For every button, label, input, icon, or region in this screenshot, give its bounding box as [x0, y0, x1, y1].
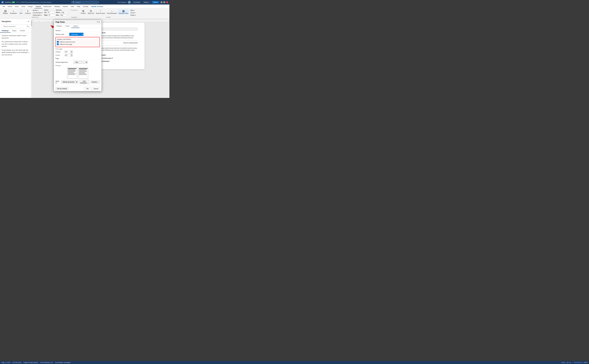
set-as-default-button[interactable]: Set As Default	[55, 87, 68, 90]
position-button[interactable]: ⊞ Position	[80, 9, 86, 14]
header-value-input[interactable]	[64, 51, 71, 53]
search-input-wrapper: 🔍	[1, 24, 30, 28]
group-paragraph: Paragraph Paragraph	[70, 9, 79, 18]
spacing-before-input[interactable]	[61, 11, 68, 13]
share-button[interactable]: Share	[152, 1, 159, 4]
close-button[interactable]: ✕	[166, 1, 168, 3]
dialog-close-button[interactable]: ✕	[98, 21, 100, 23]
tab-view[interactable]: View	[69, 5, 76, 8]
tab-insert[interactable]: Insert	[13, 5, 20, 8]
header-spin-buttons: ▲ ▼	[71, 50, 73, 53]
tab-acrobat[interactable]: Acrobat	[82, 5, 90, 8]
footer-spin-up[interactable]: ▲	[71, 54, 73, 55]
nav-collapse-button[interactable]: –	[26, 20, 27, 22]
indent-right-row: Right:	[44, 14, 55, 16]
wrap-text-button[interactable]: ⊡ Wrap Text	[87, 9, 95, 14]
tab-references[interactable]: References	[42, 5, 53, 8]
redo-btn[interactable]: ↪	[18, 1, 20, 3]
different-first-page-label: Different first page	[60, 44, 72, 45]
vertical-alignment-select[interactable]: Top Center Bottom Justified	[73, 61, 88, 64]
tab-design[interactable]: Design	[26, 5, 34, 8]
dialog-help-button[interactable]: ?	[97, 21, 98, 23]
search-box[interactable]: 🔍 Search	[71, 1, 99, 4]
dialog-tab-margins[interactable]: Margins	[55, 24, 64, 28]
footer-edge-row: Footer: ▲ ▼	[55, 54, 100, 57]
tab-mailings[interactable]: Mailings	[53, 5, 61, 8]
indent-spacing-group: Breaks ▾ Line Numbers ▾ Hyphenation ▾	[32, 9, 44, 16]
search-icon[interactable]: 🔍	[27, 25, 29, 27]
maximize-button[interactable]: □	[163, 1, 165, 3]
section-start-select[interactable]: Odd page Even page New page Continuous	[69, 33, 83, 36]
search-icon: 🔍	[73, 1, 75, 3]
tab-draw[interactable]: Draw	[20, 5, 27, 8]
send-backward-label: Send Backward	[107, 13, 117, 14]
nav-tab-pages[interactable]: Pages	[10, 29, 18, 32]
columns-button[interactable]: ⫿ Columns	[24, 9, 31, 14]
tab-layout[interactable]: Layout	[34, 5, 42, 8]
autosave-area[interactable]: AutoSave On	[5, 1, 15, 3]
margins-label: Margins	[3, 13, 8, 14]
tab-review[interactable]: Review	[61, 5, 69, 8]
avatar[interactable]: R	[128, 1, 131, 4]
orientation-button[interactable]: ↕ Orientation	[9, 9, 18, 14]
nav-close-button[interactable]: ✕	[28, 20, 29, 22]
header-spin-down[interactable]: ▼	[71, 52, 73, 53]
dialog-tabs: Margins Paper Layout	[54, 24, 101, 28]
group-button[interactable]: Group ▾	[129, 12, 136, 14]
dialog-footer: Set As Default OK Cancel	[54, 86, 101, 91]
tab-file[interactable]: File	[1, 5, 7, 8]
tab-help[interactable]: Help	[76, 5, 82, 8]
spacing-after-row: After:	[56, 14, 68, 16]
footer-value-input[interactable]	[64, 54, 71, 56]
bring-forward-icon: ↑	[100, 10, 101, 12]
header-edge-label: Header:	[55, 51, 63, 53]
editing-label: Editing	[144, 1, 148, 3]
undo-btn[interactable]: ↩	[16, 1, 18, 3]
hyphenation-button[interactable]: Hyphenation ▾	[32, 14, 44, 16]
preview-header-line-right	[79, 68, 87, 69]
selection-pane-button[interactable]: ▦ Selection Pane	[118, 9, 129, 14]
rotate-button[interactable]: Rotate ▾	[129, 14, 136, 16]
send-backward-button[interactable]: ↓ Send Backward	[106, 9, 118, 14]
preview-label: Preview	[55, 65, 100, 66]
borders-button[interactable]: Borders...	[91, 81, 100, 83]
footer-spin-down[interactable]: ▼	[71, 55, 73, 57]
line-numbers-button[interactable]: Line Numbers ▾	[32, 12, 44, 14]
paragraph-items: Paragraph	[71, 9, 77, 16]
search-input[interactable]	[2, 25, 27, 28]
indent-left-input[interactable]	[47, 11, 54, 13]
minimize-button[interactable]: –	[160, 1, 163, 3]
apply-to-select[interactable]: Whole document This section This point f…	[61, 80, 78, 84]
line-numbers-button[interactable]: Line Numbers...	[79, 80, 90, 84]
autosave-label: AutoSave	[5, 1, 11, 3]
preview-line-r2	[79, 70, 86, 71]
dialog-tab-paper[interactable]: Paper	[64, 24, 71, 28]
different-odd-even-row: ✓ Different odd and even	[57, 41, 98, 43]
indent-right-input[interactable]	[48, 14, 55, 16]
nav-tab-headings[interactable]: Headings	[0, 29, 10, 32]
editing-button[interactable]: Editing ▾	[142, 1, 151, 4]
autosave-toggle[interactable]: On	[12, 1, 15, 3]
comments-button[interactable]: Comments	[132, 1, 141, 4]
margins-button[interactable]: ▤ Margins	[2, 9, 9, 14]
ok-button[interactable]: OK	[84, 87, 91, 90]
tab-header-footer[interactable]: Header & Footer	[90, 5, 105, 8]
nav-search-area: 🔍	[0, 24, 31, 29]
size-button[interactable]: 📄 Size	[18, 9, 24, 14]
spacing-after-input[interactable]	[60, 14, 67, 16]
nav-header: Navigation – ✕	[0, 19, 31, 24]
dialog-tab-layout[interactable]: Layout	[71, 24, 79, 28]
nav-scrollbar[interactable]	[31, 19, 32, 98]
nav-tab-results[interactable]: Results	[18, 29, 27, 32]
position-icon: ⊞	[82, 10, 84, 12]
different-odd-even-checkbox[interactable]: ✓	[57, 41, 59, 43]
header-spin-up[interactable]: ▲	[71, 50, 73, 52]
indent-label: Indent	[44, 9, 55, 11]
breaks-button[interactable]: Breaks ▾	[32, 9, 44, 11]
bring-forward-button[interactable]: ↑ Bring Forward	[95, 9, 106, 14]
tab-home[interactable]: Home	[7, 5, 13, 8]
preview-line-r3	[79, 72, 87, 72]
align-button[interactable]: Align ▾	[129, 9, 136, 11]
different-first-page-checkbox[interactable]: ✓	[57, 43, 59, 45]
cancel-button[interactable]: Cancel	[92, 87, 100, 90]
